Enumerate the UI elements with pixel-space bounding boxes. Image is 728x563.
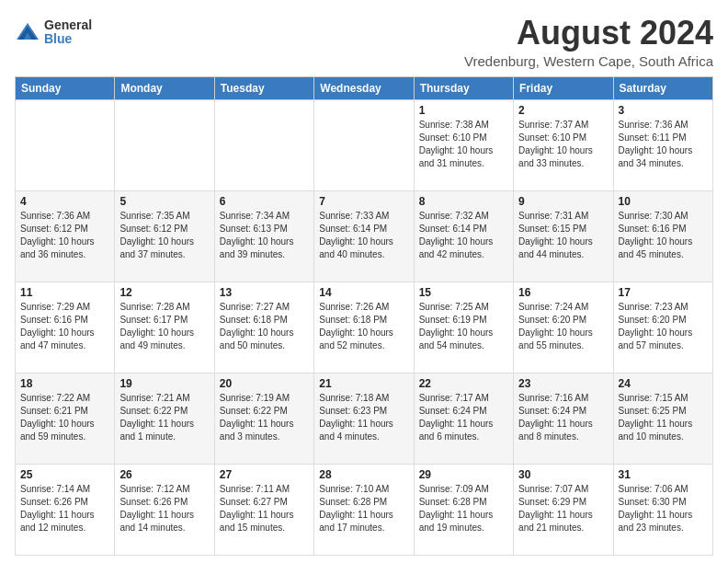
- day-number: 10: [619, 195, 708, 208]
- calendar-cell: 12Sunrise: 7:28 AM Sunset: 6:17 PM Dayli…: [115, 282, 214, 373]
- header: General Blue August 2024 Vredenburg, Wes…: [15, 15, 713, 69]
- day-info: Sunrise: 7:36 AM Sunset: 6:12 PM Dayligh…: [20, 210, 109, 261]
- page: General Blue August 2024 Vredenburg, Wes…: [0, 0, 728, 563]
- day-info: Sunrise: 7:11 AM Sunset: 6:27 PM Dayligh…: [220, 483, 309, 534]
- calendar-week-5: 25Sunrise: 7:14 AM Sunset: 6:26 PM Dayli…: [16, 464, 713, 555]
- calendar-cell: 14Sunrise: 7:26 AM Sunset: 6:18 PM Dayli…: [314, 282, 414, 373]
- day-info: Sunrise: 7:14 AM Sunset: 6:26 PM Dayligh…: [20, 483, 109, 534]
- calendar-cell: 19Sunrise: 7:21 AM Sunset: 6:22 PM Dayli…: [115, 373, 214, 464]
- day-info: Sunrise: 7:23 AM Sunset: 6:20 PM Dayligh…: [619, 301, 708, 352]
- day-info: Sunrise: 7:21 AM Sunset: 6:22 PM Dayligh…: [119, 392, 209, 443]
- calendar-cell: 13Sunrise: 7:27 AM Sunset: 6:18 PM Dayli…: [214, 282, 313, 373]
- day-number: 13: [220, 286, 309, 299]
- location-text: Vredenburg, Western Cape, South Africa: [464, 53, 713, 69]
- day-number: 6: [220, 195, 309, 208]
- calendar-cell: 16Sunrise: 7:24 AM Sunset: 6:20 PM Dayli…: [514, 282, 613, 373]
- calendar-cell: 1Sunrise: 7:38 AM Sunset: 6:10 PM Daylig…: [414, 99, 513, 190]
- calendar-week-3: 11Sunrise: 7:29 AM Sunset: 6:16 PM Dayli…: [16, 282, 713, 373]
- logo-general-text: General: [44, 18, 92, 32]
- day-info: Sunrise: 7:37 AM Sunset: 6:10 PM Dayligh…: [518, 119, 608, 170]
- calendar-cell: 15Sunrise: 7:25 AM Sunset: 6:19 PM Dayli…: [414, 282, 513, 373]
- calendar-cell: [214, 99, 313, 190]
- logo-text: General Blue: [44, 18, 92, 47]
- calendar-cell: 24Sunrise: 7:15 AM Sunset: 6:25 PM Dayli…: [613, 373, 712, 464]
- day-info: Sunrise: 7:10 AM Sunset: 6:28 PM Dayligh…: [319, 483, 408, 534]
- calendar-cell: 17Sunrise: 7:23 AM Sunset: 6:20 PM Dayli…: [613, 282, 712, 373]
- day-number: 7: [319, 195, 408, 208]
- logo-icon: [15, 19, 40, 45]
- day-info: Sunrise: 7:31 AM Sunset: 6:15 PM Dayligh…: [518, 210, 608, 261]
- calendar-cell: 20Sunrise: 7:19 AM Sunset: 6:22 PM Dayli…: [214, 373, 313, 464]
- day-number: 19: [119, 377, 209, 390]
- day-number: 28: [319, 468, 408, 481]
- calendar-table: Sunday Monday Tuesday Wednesday Thursday…: [15, 76, 713, 556]
- calendar-cell: 8Sunrise: 7:32 AM Sunset: 6:14 PM Daylig…: [414, 190, 513, 282]
- calendar-cell: [16, 99, 115, 190]
- col-friday: Friday: [514, 76, 613, 99]
- day-number: 2: [518, 104, 608, 117]
- calendar-cell: [115, 99, 214, 190]
- day-number: 29: [419, 468, 508, 481]
- day-number: 24: [619, 377, 708, 390]
- calendar-cell: 29Sunrise: 7:09 AM Sunset: 6:28 PM Dayli…: [414, 464, 513, 555]
- day-number: 9: [518, 195, 608, 208]
- day-info: Sunrise: 7:35 AM Sunset: 6:12 PM Dayligh…: [119, 210, 209, 261]
- day-info: Sunrise: 7:22 AM Sunset: 6:21 PM Dayligh…: [20, 392, 109, 443]
- day-number: 4: [20, 195, 109, 208]
- calendar-cell: 22Sunrise: 7:17 AM Sunset: 6:24 PM Dayli…: [414, 373, 513, 464]
- day-info: Sunrise: 7:33 AM Sunset: 6:14 PM Dayligh…: [319, 210, 408, 261]
- day-info: Sunrise: 7:25 AM Sunset: 6:19 PM Dayligh…: [419, 301, 508, 352]
- col-monday: Monday: [115, 76, 214, 99]
- day-number: 25: [20, 468, 109, 481]
- header-row: Sunday Monday Tuesday Wednesday Thursday…: [16, 76, 713, 99]
- calendar-cell: 4Sunrise: 7:36 AM Sunset: 6:12 PM Daylig…: [16, 190, 115, 282]
- calendar-cell: 26Sunrise: 7:12 AM Sunset: 6:26 PM Dayli…: [115, 464, 214, 555]
- logo: General Blue: [15, 18, 92, 47]
- day-number: 15: [419, 286, 508, 299]
- day-number: 11: [20, 286, 109, 299]
- day-info: Sunrise: 7:07 AM Sunset: 6:29 PM Dayligh…: [518, 483, 608, 534]
- col-thursday: Thursday: [414, 76, 513, 99]
- day-number: 3: [619, 104, 708, 117]
- calendar-week-2: 4Sunrise: 7:36 AM Sunset: 6:12 PM Daylig…: [16, 190, 713, 282]
- day-number: 16: [518, 286, 608, 299]
- day-number: 27: [220, 468, 309, 481]
- day-info: Sunrise: 7:30 AM Sunset: 6:16 PM Dayligh…: [619, 210, 708, 261]
- day-info: Sunrise: 7:19 AM Sunset: 6:22 PM Dayligh…: [220, 392, 309, 443]
- day-info: Sunrise: 7:34 AM Sunset: 6:13 PM Dayligh…: [220, 210, 309, 261]
- day-info: Sunrise: 7:17 AM Sunset: 6:24 PM Dayligh…: [419, 392, 508, 443]
- day-info: Sunrise: 7:28 AM Sunset: 6:17 PM Dayligh…: [119, 301, 209, 352]
- day-number: 30: [518, 468, 608, 481]
- day-info: Sunrise: 7:26 AM Sunset: 6:18 PM Dayligh…: [319, 301, 408, 352]
- calendar-cell: 7Sunrise: 7:33 AM Sunset: 6:14 PM Daylig…: [314, 190, 414, 282]
- day-info: Sunrise: 7:18 AM Sunset: 6:23 PM Dayligh…: [319, 392, 408, 443]
- day-number: 20: [220, 377, 309, 390]
- calendar-cell: 23Sunrise: 7:16 AM Sunset: 6:24 PM Dayli…: [514, 373, 613, 464]
- calendar-cell: 28Sunrise: 7:10 AM Sunset: 6:28 PM Dayli…: [314, 464, 414, 555]
- calendar-cell: 25Sunrise: 7:14 AM Sunset: 6:26 PM Dayli…: [16, 464, 115, 555]
- calendar-cell: 30Sunrise: 7:07 AM Sunset: 6:29 PM Dayli…: [514, 464, 613, 555]
- calendar-cell: 3Sunrise: 7:36 AM Sunset: 6:11 PM Daylig…: [613, 99, 712, 190]
- calendar-cell: 18Sunrise: 7:22 AM Sunset: 6:21 PM Dayli…: [16, 373, 115, 464]
- calendar-cell: 31Sunrise: 7:06 AM Sunset: 6:30 PM Dayli…: [613, 464, 712, 555]
- day-number: 14: [319, 286, 408, 299]
- calendar-cell: 9Sunrise: 7:31 AM Sunset: 6:15 PM Daylig…: [514, 190, 613, 282]
- day-info: Sunrise: 7:27 AM Sunset: 6:18 PM Dayligh…: [220, 301, 309, 352]
- day-number: 22: [419, 377, 508, 390]
- calendar-cell: 27Sunrise: 7:11 AM Sunset: 6:27 PM Dayli…: [214, 464, 313, 555]
- col-sunday: Sunday: [16, 76, 115, 99]
- day-info: Sunrise: 7:15 AM Sunset: 6:25 PM Dayligh…: [619, 392, 708, 443]
- day-number: 31: [619, 468, 708, 481]
- day-info: Sunrise: 7:12 AM Sunset: 6:26 PM Dayligh…: [119, 483, 209, 534]
- day-number: 8: [419, 195, 508, 208]
- day-info: Sunrise: 7:16 AM Sunset: 6:24 PM Dayligh…: [518, 392, 608, 443]
- day-number: 1: [419, 104, 508, 117]
- day-number: 17: [619, 286, 708, 299]
- calendar-cell: [314, 99, 414, 190]
- day-info: Sunrise: 7:24 AM Sunset: 6:20 PM Dayligh…: [518, 301, 608, 352]
- day-number: 18: [20, 377, 109, 390]
- calendar-cell: 5Sunrise: 7:35 AM Sunset: 6:12 PM Daylig…: [115, 190, 214, 282]
- calendar-cell: 11Sunrise: 7:29 AM Sunset: 6:16 PM Dayli…: [16, 282, 115, 373]
- day-number: 5: [119, 195, 209, 208]
- calendar-week-4: 18Sunrise: 7:22 AM Sunset: 6:21 PM Dayli…: [16, 373, 713, 464]
